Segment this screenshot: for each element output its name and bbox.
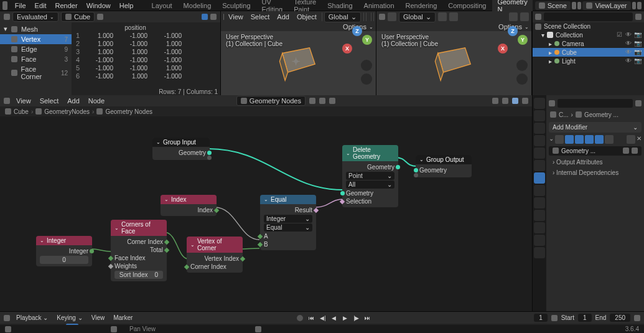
viewlayer-field[interactable]: ViewLayer <box>582 1 630 10</box>
overlay-icon[interactable] <box>509 12 518 21</box>
bread-gn2[interactable]: Geometry Nodes <box>105 108 152 115</box>
orient-dropdown[interactable]: Global ⌄ <box>324 12 361 22</box>
outliner-editor-icon[interactable] <box>535 14 541 20</box>
mod-toggle-3[interactable] <box>585 135 594 144</box>
tl-marker[interactable]: Marker <box>111 314 135 322</box>
viewport-editor-icon[interactable] <box>379 14 385 20</box>
end-frame[interactable]: 250 <box>610 314 630 322</box>
render-icon[interactable]: 📷 <box>634 57 642 65</box>
camera-view-icon[interactable] <box>516 73 528 85</box>
scene-new-icon[interactable] <box>572 2 576 9</box>
play-rev-icon[interactable]: ◀ <box>329 314 339 322</box>
mesh-row[interactable]: ▾Mesh <box>0 24 72 34</box>
unlink-icon[interactable] <box>329 98 335 104</box>
autokey-icon[interactable] <box>297 315 303 321</box>
socket-out-result[interactable] <box>314 207 319 212</box>
eye-icon[interactable]: 👁 <box>625 49 633 56</box>
menu-window[interactable]: Window <box>83 1 114 11</box>
outliner-collection[interactable]: ▾Collection☑👁📷 <box>533 30 644 39</box>
ne-opt2-icon[interactable] <box>502 98 508 104</box>
vp-add[interactable]: Add <box>274 12 292 21</box>
mod-toggle-2[interactable] <box>575 135 584 144</box>
bread-gn[interactable]: GeometryNodes <box>44 108 90 115</box>
tl-view[interactable]: View <box>89 314 108 322</box>
render-icon[interactable]: 📷 <box>634 49 642 56</box>
outliner-search[interactable] <box>544 12 633 21</box>
node-index[interactable]: ⌄Index Index <box>161 195 217 216</box>
socket-in-geo[interactable] <box>414 168 418 172</box>
tab-output[interactable] <box>534 110 545 121</box>
tab-layout[interactable]: Layout <box>147 1 177 11</box>
axis-x[interactable]: X <box>342 44 352 54</box>
domain-face[interactable]: Face3 <box>0 54 72 64</box>
socket-in-weights[interactable] <box>108 263 113 268</box>
viewlayer-new-icon[interactable] <box>632 2 637 9</box>
pin-icon[interactable] <box>309 98 315 104</box>
ne-node[interactable]: Node <box>86 96 107 105</box>
socket-out-int[interactable] <box>90 249 94 253</box>
shield-icon[interactable] <box>319 98 325 104</box>
tl-extra-icon[interactable] <box>634 315 640 321</box>
tab-anim[interactable]: Animation <box>359 1 399 11</box>
tab-sculpting[interactable]: Sculpting <box>217 1 255 11</box>
menu-help[interactable]: Help <box>116 1 138 11</box>
mod-toggle-5[interactable] <box>605 135 614 144</box>
eval-dropdown[interactable]: Evaluated ⌄ <box>12 12 58 22</box>
zoom-icon[interactable] <box>516 60 528 71</box>
mode-icon[interactable] <box>388 12 396 21</box>
eye-icon[interactable]: 👁 <box>625 40 633 47</box>
node-equal[interactable]: ⌄Equal Result Integer⌄ Equal⌄ A B <box>260 195 316 250</box>
domain-facecorner[interactable]: Face Corner12 <box>0 64 72 82</box>
socket-out-total[interactable] <box>164 247 169 252</box>
orient-dropdown[interactable]: Global ⌄ <box>399 12 436 22</box>
tab-world[interactable] <box>534 148 545 159</box>
tab-rendering[interactable]: Rendering <box>401 1 442 11</box>
node-vertex-of-corner[interactable]: ⌄Vertex of Corner Vertex Index Corner In… <box>187 237 243 273</box>
tab-modeling[interactable]: Modeling <box>179 1 217 11</box>
tl-keying[interactable]: Keying ⌄ <box>54 314 85 322</box>
tab-texture[interactable] <box>534 247 545 258</box>
props-opt-icon[interactable] <box>635 100 642 106</box>
play-icon[interactable]: ▶ <box>340 314 350 322</box>
nodetree-field[interactable]: Geometry ... <box>549 146 642 156</box>
nav-gizmo[interactable]: Z Y X <box>498 26 528 56</box>
vp-view[interactable]: View <box>226 12 246 21</box>
outliner-item[interactable]: ▸Light👁📷 <box>533 57 644 65</box>
mod-extra-icon[interactable] <box>627 135 635 144</box>
current-frame[interactable]: 1 <box>534 314 548 322</box>
ne-opt1-icon[interactable] <box>492 98 498 104</box>
keyframe-prev-icon[interactable]: ◀| <box>318 314 328 322</box>
tab-render[interactable] <box>534 98 545 109</box>
socket-in-extend[interactable] <box>414 173 418 177</box>
domain-vertex[interactable]: Vertex7 <box>0 34 72 44</box>
jump-end-icon[interactable]: ⏭ <box>363 314 373 322</box>
axis-z[interactable]: Z <box>352 26 362 36</box>
restrict-icon[interactable]: ☑ <box>617 31 624 39</box>
menu-render[interactable]: Render <box>52 1 82 11</box>
ne-select[interactable]: Select <box>37 96 62 105</box>
node-corners-of-face[interactable]: ⌄Corners of Face Corner Index Total Face… <box>111 220 167 281</box>
snap-icon[interactable] <box>438 12 447 21</box>
axis-y[interactable]: Y <box>362 35 372 45</box>
socket-out-geo[interactable] <box>207 151 212 155</box>
tab-scene[interactable] <box>534 135 545 146</box>
bread-mod[interactable]: Geometry ... <box>584 111 618 118</box>
node-delete-geometry[interactable]: ⌄Delete Geometry Geometry Point⌄ All⌄ Ge… <box>342 145 398 207</box>
tab-object[interactable] <box>534 160 545 171</box>
socket-in-face[interactable] <box>108 255 113 260</box>
axis-y[interactable]: Y <box>518 35 528 45</box>
node-group-input[interactable]: ⌄Group Input Geometry <box>152 138 210 160</box>
vp-object[interactable]: Object <box>294 12 319 21</box>
outliner-scene[interactable]: Scene Collection <box>533 22 644 30</box>
socket-in-sel[interactable] <box>340 199 345 204</box>
node-integer[interactable]: ⌄Integer Integer 0 <box>36 236 92 266</box>
socket-out-extend[interactable] <box>207 156 212 160</box>
sort-index-field[interactable]: Sort Index 0 <box>114 271 163 279</box>
ne-opt4-icon[interactable] <box>522 98 528 104</box>
copy-icon[interactable] <box>623 148 629 154</box>
prop-edit-icon[interactable] <box>449 12 458 21</box>
socket-out-vidx[interactable] <box>240 256 245 261</box>
node-group-output[interactable]: ⌄Group Output Geometry <box>416 155 472 177</box>
tab-material[interactable] <box>534 235 545 246</box>
mod-toggle-4[interactable] <box>595 135 604 144</box>
